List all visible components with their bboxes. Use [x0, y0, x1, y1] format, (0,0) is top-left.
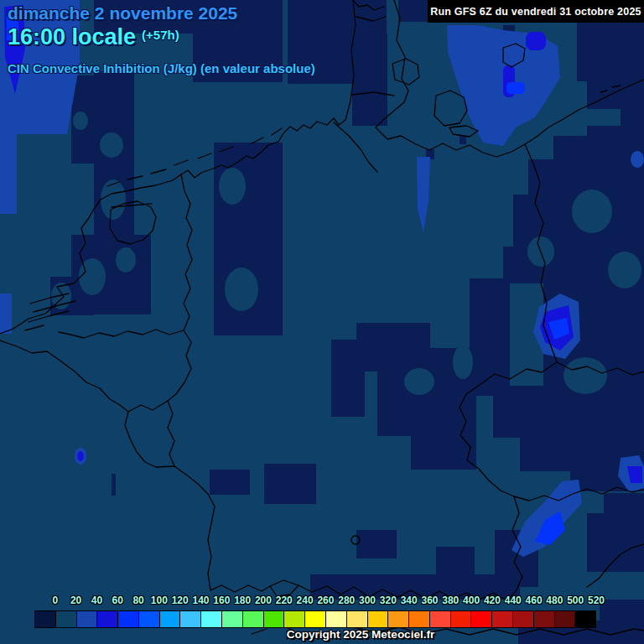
scale-label: 160: [213, 595, 230, 606]
scale-label: 360: [421, 595, 438, 606]
scale-label: 380: [442, 595, 459, 606]
scale-label: 300: [359, 595, 376, 606]
scale-cell: [139, 611, 160, 627]
scale-cell: [201, 611, 222, 627]
scale-cell: [77, 611, 98, 627]
scale-cell: [305, 611, 326, 627]
scale-label: 220: [276, 595, 293, 606]
scale-label: 200: [255, 595, 272, 606]
scale-label: 320: [380, 595, 397, 606]
scale-label: 100: [151, 595, 168, 606]
color-scale-labels: 0204060801001201401601802002202402602803…: [34, 595, 598, 608]
scale-label: 80: [132, 595, 143, 606]
scale-label: 440: [505, 595, 522, 606]
scale-label: 140: [193, 595, 210, 606]
scale-cell: [471, 611, 492, 627]
scale-label: 420: [484, 595, 501, 606]
scale-cell: [388, 611, 409, 627]
scale-label: 40: [91, 595, 102, 606]
scale-label: 480: [546, 595, 563, 606]
scale-label: 500: [567, 595, 584, 606]
scale-label: 260: [317, 595, 334, 606]
forecast-hour-offset: (+57h): [142, 28, 179, 42]
scale-label: 180: [234, 595, 251, 606]
scale-cell: [180, 611, 201, 627]
forecast-local-time: 16:00 locale: [8, 24, 136, 49]
scale-cell: [160, 611, 181, 627]
scale-cell: [284, 611, 305, 627]
map-header: dimanche 2 novembre 2025 16:00 locale(+5…: [8, 3, 315, 75]
scale-label: 120: [172, 595, 189, 606]
scale-label: 520: [588, 595, 605, 606]
forecast-time-line: 16:00 locale(+57h): [8, 24, 315, 50]
scale-cell: [118, 611, 139, 627]
scale-cell: [222, 611, 243, 627]
scale-label: 400: [463, 595, 480, 606]
scale-cell: [430, 611, 451, 627]
scale-cell: [492, 611, 513, 627]
scale-cell: [326, 611, 347, 627]
scale-label: 20: [70, 595, 81, 606]
forecast-date: dimanche 2 novembre 2025: [8, 3, 315, 23]
scale-cell: [97, 611, 118, 627]
scale-label: 460: [526, 595, 543, 606]
scale-label: 0: [52, 595, 58, 606]
scale-cell: [243, 611, 264, 627]
scale-label: 240: [297, 595, 314, 606]
scale-cell: [347, 611, 368, 627]
scale-cell: [555, 611, 576, 627]
scale-label: 280: [338, 595, 355, 606]
color-scale-swatches: [34, 610, 596, 628]
scale-cell: [368, 611, 389, 627]
scale-cell: [409, 611, 430, 627]
parameter-title: CIN Convective Inhibition (J/kg) (en val…: [8, 61, 315, 75]
scale-cell: [575, 611, 595, 627]
scale-cell: [534, 611, 555, 627]
model-run-text: Run GFS 6Z du vendredi 31 octobre 2025: [430, 6, 641, 18]
scale-cell: [264, 611, 285, 627]
weather-map-screen: dimanche 2 novembre 2025 16:00 locale(+5…: [0, 0, 644, 644]
model-run-bar: Run GFS 6Z du vendredi 31 octobre 2025: [428, 0, 644, 23]
scale-cell: [56, 611, 77, 627]
copyright-notice: Copyright 2025 Meteociel.fr: [287, 628, 434, 641]
scale-cell: [451, 611, 472, 627]
forecast-map: [0, 0, 644, 644]
scale-label: 60: [112, 595, 123, 606]
scale-label: 340: [401, 595, 418, 606]
scale-cell: [35, 611, 56, 627]
scale-cell: [513, 611, 534, 627]
